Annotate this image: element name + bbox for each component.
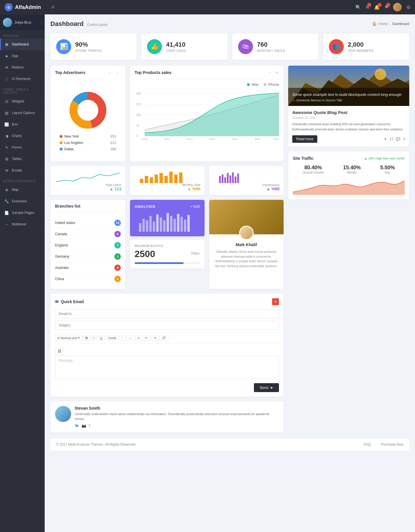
branch-name-australia: Australia (55, 266, 69, 270)
search-icon[interactable]: 🔍 (355, 5, 361, 10)
email-close-btn[interactable]: × (272, 298, 279, 305)
sidebar-item-label-dashboard: Dashboard (12, 42, 41, 46)
branch-count-canada: 6 (114, 231, 121, 237)
page-title-group: Dashboard Control panel (50, 20, 107, 28)
sidebar-item-dashboard[interactable]: ⊞ Dashboard › (0, 39, 45, 50)
blog-card: Some quick example text to build blockqu… (288, 66, 409, 147)
italic-btn[interactable]: I (91, 335, 97, 341)
email-subject-input[interactable] (55, 321, 279, 330)
emails-icon: ✉ (4, 168, 10, 173)
legend-item-newyork: New York 953 (60, 133, 116, 140)
sidebar-item-widgets[interactable]: ⊡ Widgets › (0, 96, 45, 107)
top-advertisers-refresh-btn[interactable]: ○ (107, 70, 112, 75)
sidebar-item-app[interactable]: ◈ App › (0, 50, 45, 62)
sidebar-section-forms: FORMS, TABLE & LAYOUTS (0, 85, 45, 96)
sidebar-item-box[interactable]: ⬜ Box › (0, 119, 45, 130)
small-btn[interactable]: Small (106, 335, 119, 341)
branches-analysis-row: Branches list United states 14 Canada 6 (50, 200, 284, 289)
sidebar-item-sample-pages[interactable]: 📄 Sample Pages › (0, 207, 45, 219)
profile-banner (209, 200, 284, 234)
sidebar-item-mailbox[interactable]: ✉ Mailbox › (0, 62, 45, 73)
indent-out-btn[interactable]: ⇤ (143, 335, 150, 341)
instagram-icon[interactable]: 📷 (82, 423, 86, 428)
hr-btn[interactable]: — (127, 335, 134, 341)
top-products-minimize-btn[interactable]: − (267, 70, 272, 75)
svg-rect-31 (222, 174, 223, 183)
insert-image-btn[interactable]: 🖼 (55, 347, 64, 355)
layout-options-icon: ▤ (4, 110, 10, 116)
menu-toggle-icon[interactable]: ≡ (52, 5, 54, 10)
sidebar-item-label-widgets: Widgets (12, 99, 41, 103)
sidebar-item-tables[interactable]: ⊞ Tables › (0, 153, 45, 165)
user-avatar[interactable] (393, 3, 402, 12)
bounce-value: 2500 (135, 249, 155, 259)
svg-rect-25 (159, 173, 163, 183)
send-button[interactable]: Send ➤ (254, 383, 279, 392)
svg-text:225: 225 (136, 103, 141, 106)
mailbox-arrow: › (41, 66, 42, 69)
sidebar-item-multilevel[interactable]: → Multilevel › (0, 219, 45, 230)
sidebar-item-ui-elements[interactable]: □ UI Elements › (0, 73, 45, 85)
top-advertisers-actions: ○ ⋮ (107, 70, 121, 75)
sidebar-item-label-extension: Extension (12, 199, 41, 203)
mail-icon[interactable]: ✉ (366, 5, 369, 10)
new-users-change: ▲ 113 (54, 187, 121, 191)
sidebar: Juliya Brus › PERSONAL ⊞ Dashboard › ◈ A… (0, 14, 45, 456)
area-chart: 300 225 150 75 0 (135, 90, 279, 141)
sidebar-item-emails[interactable]: ✉ Emails › (0, 165, 45, 176)
sidebar-item-map[interactable]: ⊕ Map › (0, 184, 45, 195)
bounce-bar (135, 262, 200, 264)
top-products-close-btn[interactable]: × (274, 70, 279, 75)
sidebar-item-layout-options[interactable]: ▤ Layout Options › (0, 107, 45, 119)
monthly-sale-sparkline (134, 170, 201, 183)
tables-icon: ⊞ (4, 156, 10, 162)
dashboard-icon: ⊞ (4, 41, 10, 47)
traffic-stat-value-day: 5.50% (380, 165, 395, 171)
topnav: α AlfaAdmin ≡ 🔍 ✉ 🔔 ⚑ ⚙ (0, 0, 415, 14)
list-btn[interactable]: ≡ (135, 335, 142, 341)
twitter-icon[interactable]: 🐦 (75, 423, 79, 428)
email-message-textarea[interactable] (55, 356, 279, 379)
read-more-btn[interactable]: Read more (292, 135, 317, 143)
flag-icon[interactable]: ⚑ (384, 5, 388, 10)
impressions-label: Impressions (213, 183, 280, 187)
underline-btn[interactable]: U (98, 335, 105, 341)
sidebar-user[interactable]: Juliya Brus › (0, 14, 45, 31)
stat-label-join-members: JOIN MEMBERS (348, 49, 374, 52)
svg-text:2012: 2012 (187, 138, 193, 140)
breadcrumb-home[interactable]: Home (378, 22, 388, 26)
bold-btn[interactable]: B (83, 335, 90, 341)
indent-in-btn[interactable]: ⇥ (151, 335, 159, 341)
legend-iphone: iPhone (264, 83, 279, 87)
svg-rect-36 (235, 176, 236, 183)
svg-rect-33 (227, 173, 229, 183)
sidebar-item-charts[interactable]: ◑ Charts › (0, 130, 45, 142)
email-to-input[interactable] (55, 309, 279, 318)
footer-purchase-link[interactable]: Purchase Now (381, 442, 403, 447)
svg-rect-30 (219, 176, 221, 183)
stat-card-user-likes: 👍 41,410 USER LIKES (141, 33, 227, 60)
gear-icon[interactable]: ⚙ (406, 5, 410, 10)
quick-email-header: ✉ Quick Email × (55, 298, 279, 305)
normal-text-dropdown[interactable]: A Normal text ▾ (55, 335, 82, 341)
chart-legend: iMac iPhone (130, 80, 284, 90)
footer-faq-link[interactable]: FAQ (364, 442, 371, 447)
top-products-chart-area: 300 225 150 75 0 (130, 90, 284, 146)
site-traffic: Site Traffic ▲ 18% High then last month … (288, 151, 409, 200)
profile-avatar (239, 226, 254, 240)
legend-item-dallas: Dallas 369 (60, 146, 116, 152)
top-advertisers-body: New York 953 Los Angeles 813 (50, 80, 125, 162)
stat-value-monthly-sales: 760 (257, 41, 285, 48)
dropdown-arrow: ▾ (78, 336, 80, 340)
svg-text:150: 150 (136, 113, 141, 117)
facebook-icon[interactable]: 𝔽 (88, 423, 91, 428)
sidebar-item-forms[interactable]: ✎ Forms › (0, 142, 45, 153)
svg-rect-41 (149, 216, 152, 232)
bell-icon[interactable]: 🔔 (374, 5, 380, 10)
branch-count-united-states: 14 (114, 220, 121, 226)
top-advertisers-more-btn[interactable]: ⋮ (114, 70, 121, 75)
sidebar-item-extension[interactable]: 🔧 Extension › (0, 195, 45, 207)
blockquote-btn[interactable]: " (120, 335, 125, 341)
multilevel-icon: → (4, 221, 10, 227)
link-btn[interactable]: 🔗 (160, 335, 168, 341)
